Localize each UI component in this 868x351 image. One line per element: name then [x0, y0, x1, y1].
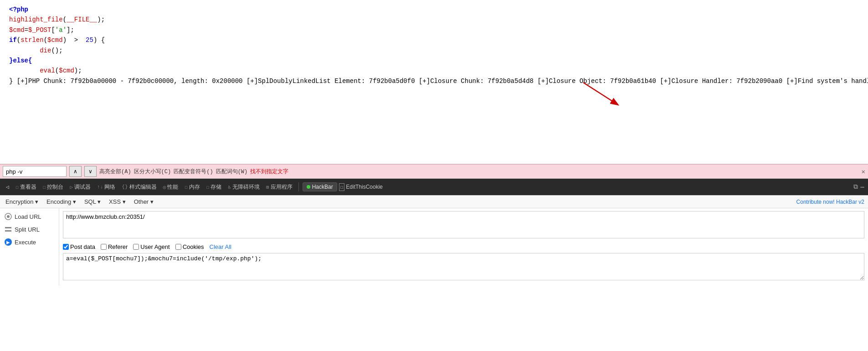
encryption-menu[interactable]: Encryption ▾	[4, 197, 40, 206]
match-case-label[interactable]: 区分大小写(C)	[134, 168, 171, 176]
hackbar-area: Encryption ▾ Encoding ▾ SQL ▾ XSS ▾ Othe…	[0, 195, 868, 285]
editthiscookie-icon: ☐	[339, 183, 345, 191]
devtools-style-editor-label[interactable]: 样式编辑器	[129, 183, 157, 191]
svg-line-1	[583, 83, 617, 104]
cookies-checkbox-label[interactable]: Cookies	[175, 243, 204, 250]
post-options-row: Post data Referer User Agent Cookies Cle…	[63, 243, 864, 250]
contribute-link[interactable]: Contribute now! HackBar v2	[796, 199, 864, 205]
match-words-label[interactable]: 匹配词句(W)	[216, 168, 248, 176]
other-menu[interactable]: Other ▾	[132, 197, 155, 206]
dock-icon[interactable]: ⧉	[853, 183, 858, 191]
editthiscookie-label[interactable]: EditThisCookie	[346, 184, 383, 190]
hackbar-sidebar: Load URL Split URL ▶ Execute	[0, 208, 59, 285]
editthiscookie-item[interactable]: ☐ EditThisCookie	[339, 183, 383, 191]
devtools-performance-label[interactable]: 性能	[167, 183, 178, 191]
options-icon[interactable]: ⋯	[861, 183, 864, 191]
code-highlight: highlight_file	[9, 16, 63, 23]
svg-rect-5	[5, 230, 11, 232]
highlight-all-label[interactable]: 高亮全部(A)	[99, 168, 131, 176]
hackbar-label: HackBar	[312, 184, 333, 190]
execute-icon: ▶	[5, 238, 12, 246]
url-input[interactable]	[63, 211, 864, 238]
arrow-container	[9, 87, 859, 124]
code-cmd-assign: $cmd	[9, 26, 25, 34]
code-if: if	[9, 36, 17, 44]
user-agent-checkbox-label[interactable]: User Agent	[133, 243, 169, 250]
devtools-style-editor-item[interactable]: {} 样式编辑器	[119, 182, 159, 192]
referer-checkbox[interactable]	[101, 244, 107, 250]
xss-menu[interactable]: XSS ▾	[107, 197, 128, 206]
devtools-console-item[interactable]: ☐ 控制台	[41, 182, 66, 192]
toolbar-separator	[298, 182, 299, 191]
devtools-application-item[interactable]: ⊞ 应用程序	[264, 182, 295, 192]
split-url-button[interactable]: Split URL	[0, 224, 59, 235]
split-url-icon	[5, 226, 12, 233]
hackbar-dot-icon	[307, 185, 310, 189]
find-bar: ∧ ∨ 高亮全部(A) 区分大小写(C) 匹配变音符号() 匹配词句(W) 找不…	[0, 164, 868, 179]
sql-menu[interactable]: SQL ▾	[82, 197, 103, 206]
devtools-accessibility-label[interactable]: 无障碍环境	[232, 183, 260, 191]
devtools-console-label[interactable]: 控制台	[47, 183, 63, 191]
match-diacritics-label[interactable]: 匹配变音符号()	[174, 168, 213, 176]
find-close-button[interactable]: ✕	[862, 168, 865, 176]
devtools-network-item[interactable]: ↑↓ 网络	[95, 182, 118, 192]
devtools-inspector-item[interactable]: ☐ 查看器	[13, 182, 39, 192]
devtools-inspector-label[interactable]: 查看器	[20, 183, 36, 191]
code-eval: eval	[40, 67, 55, 74]
find-up-button[interactable]: ∧	[69, 166, 82, 177]
devtools-arrow-icon[interactable]: ◁	[4, 183, 11, 191]
cookies-checkbox[interactable]	[175, 244, 181, 250]
devtools-memory-item[interactable]: ☐ 内存	[182, 182, 202, 192]
svg-rect-4	[5, 227, 11, 228]
devtools-storage-item[interactable]: ☐ 存储	[204, 182, 224, 192]
devtools-storage-label[interactable]: 存储	[211, 183, 221, 191]
not-found-label: 找不到指定文字	[250, 168, 288, 176]
find-input[interactable]	[3, 166, 67, 177]
red-arrow-icon	[579, 78, 624, 110]
devtools-debugger-item[interactable]: ▷ 调试器	[67, 182, 93, 192]
load-url-button[interactable]: Load URL	[0, 211, 59, 222]
referer-checkbox-label[interactable]: Referer	[101, 243, 128, 250]
devtools-performance-item[interactable]: ◎ 性能	[161, 182, 181, 192]
code-die: die	[40, 47, 51, 54]
encoding-menu[interactable]: Encoding ▾	[45, 197, 78, 206]
post-data-checkbox[interactable]	[63, 244, 69, 250]
code-close-bracket: }	[9, 77, 13, 85]
devtools-application-label[interactable]: 应用程序	[271, 183, 293, 191]
hackbar-button[interactable]: HackBar	[303, 182, 337, 191]
clear-all-link[interactable]: Clear All	[210, 243, 231, 250]
code-else: }else{	[9, 57, 32, 64]
devtools-accessibility-item[interactable]: ♿ 无障碍环境	[226, 182, 262, 192]
hackbar-right-panel: Post data Referer User Agent Cookies Cle…	[59, 208, 868, 285]
hackbar-menubar: Encryption ▾ Encoding ▾ SQL ▾ XSS ▾ Othe…	[0, 196, 868, 208]
post-data-checkbox-label[interactable]: Post data	[63, 243, 95, 250]
load-url-icon	[5, 213, 12, 220]
devtools-network-label[interactable]: 网络	[104, 183, 115, 191]
code-display: <?php highlight_file(__FILE__); $cmd=$_P…	[0, 0, 868, 164]
code-php-tag: <?php	[9, 6, 28, 13]
devtools-toolbar: ◁ ☐ 查看器 ☐ 控制台 ▷ 调试器 ↑↓ 网络 {} 样式编辑器 ◎ 性能 …	[0, 179, 868, 195]
toolbar-right-icons: ⧉ ⋯	[853, 183, 864, 191]
user-agent-checkbox[interactable]	[133, 244, 139, 250]
devtools-debugger-label[interactable]: 调试器	[74, 183, 91, 191]
execute-button[interactable]: ▶ Execute	[0, 237, 59, 248]
code-output: [+]PHP Chunk: 7f92b0a00000 - 7f92b0c0000…	[17, 77, 868, 85]
hackbar-main-content: Load URL Split URL ▶ Execute Post data	[0, 208, 868, 285]
svg-point-3	[7, 215, 10, 218]
find-down-button[interactable]: ∨	[84, 166, 97, 177]
post-data-textarea[interactable]	[63, 253, 864, 280]
devtools-memory-label[interactable]: 内存	[189, 183, 200, 191]
